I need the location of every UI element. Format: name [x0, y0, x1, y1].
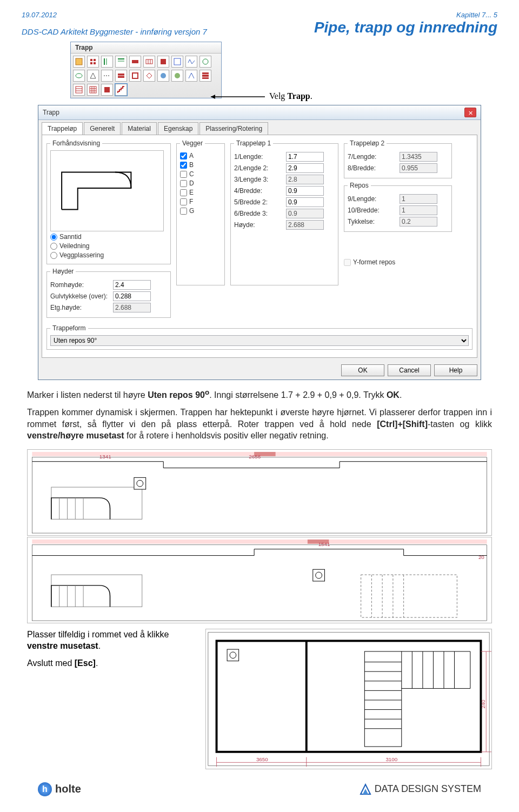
svg-rect-28 [76, 86, 82, 93]
lop1-6-label: 6/Bredde 3: [234, 210, 283, 217]
svg-rect-10 [146, 59, 152, 64]
tab-trappelop[interactable]: Trappeløp [42, 122, 83, 135]
vegg-c-checkbox[interactable] [180, 171, 187, 178]
ok-button[interactable]: OK [341, 364, 384, 376]
tab-material[interactable]: Material [122, 122, 157, 135]
palette-tool-icon[interactable] [143, 70, 155, 82]
repos-1-field [400, 194, 437, 204]
repos-legend: Repos [348, 182, 371, 189]
gulvtykk-label: Gulvtykkelse (over): [50, 292, 110, 300]
svg-point-23 [161, 73, 166, 78]
cancel-button[interactable]: Cancel [388, 364, 431, 376]
palette-tool-icon[interactable] [157, 70, 169, 82]
dim-1341: 1341 [99, 454, 111, 460]
svg-rect-2 [94, 59, 96, 61]
palette-tool-icon[interactable] [87, 70, 99, 82]
palette-tool-icon[interactable] [73, 84, 85, 96]
tab-plassering[interactable]: Plassering/Rotering [199, 122, 268, 135]
mode-veiledning-radio[interactable] [50, 243, 57, 250]
palette-tool-icon[interactable] [87, 56, 99, 68]
vegg-a-checkbox[interactable] [180, 152, 187, 159]
svg-rect-4 [94, 62, 96, 64]
lop1-legend: Trappeløp 1 [234, 139, 273, 147]
palette-tool-icon[interactable] [101, 84, 113, 96]
palette-tool-trapp-icon[interactable] [115, 84, 127, 96]
floorplan-view-1: 1341 2656 [27, 449, 492, 536]
romhoyde-field[interactable] [113, 280, 151, 290]
palette-tool-icon[interactable] [73, 70, 85, 82]
svg-rect-25 [202, 75, 209, 77]
svg-marker-17 [90, 73, 96, 78]
holte-text: holte [55, 783, 81, 795]
svg-rect-36 [104, 87, 110, 92]
repos-2-field [400, 205, 437, 215]
close-icon[interactable]: ✕ [464, 108, 476, 117]
vegg-e-checkbox[interactable] [180, 189, 187, 196]
svg-rect-31 [90, 86, 96, 93]
palette-tool-icon[interactable] [101, 56, 113, 68]
vegg-b-checkbox[interactable] [180, 162, 187, 169]
yformet-checkbox [344, 259, 351, 266]
palette-tool-icon[interactable] [115, 56, 127, 68]
vegg-f-checkbox[interactable] [180, 198, 187, 205]
trappeform-select[interactable]: Uten repos 90° [50, 335, 469, 346]
gulvtykk-field[interactable] [113, 291, 151, 301]
svg-rect-21 [132, 73, 138, 78]
palette-tool-icon[interactable] [115, 70, 127, 82]
lop1-3-label: 3/Lengde 3: [234, 176, 283, 183]
svg-rect-3 [90, 62, 92, 64]
dim-240: 240 [480, 699, 486, 708]
lop1-2-label: 2/Lengde 2: [234, 164, 283, 172]
dim-3650: 3650 [256, 756, 268, 762]
tab-generelt[interactable]: Generelt [84, 122, 121, 135]
vegg-g-checkbox[interactable] [180, 208, 187, 215]
header-date: 19.07.2012 [22, 11, 57, 19]
lop2-legend: Trappeløp 2 [348, 139, 387, 147]
palette-tool-icon[interactable] [143, 56, 155, 68]
palette-tool-icon[interactable] [129, 56, 141, 68]
palette-tool-icon[interactable] [129, 70, 141, 82]
palette-tool-icon[interactable] [199, 70, 211, 82]
lop1-2-field[interactable] [286, 163, 324, 173]
svg-marker-38 [211, 95, 215, 99]
palette-tool-icon[interactable] [185, 56, 197, 68]
svg-rect-27 [202, 77, 209, 79]
svg-rect-14 [174, 58, 181, 65]
svg-rect-75 [208, 633, 489, 766]
mode-sanntid-radio[interactable] [50, 234, 57, 241]
svg-text:Velg Trapp.: Velg Trapp. [269, 91, 312, 101]
vegg-b-label: B [189, 161, 194, 169]
lop1-5-field[interactable] [286, 197, 324, 207]
heights-legend: Høyder [50, 268, 76, 275]
lop1-1-label: 1/Lengde: [234, 153, 283, 161]
tab-egenskap[interactable]: Egenskap [158, 122, 198, 135]
palette-tool-icon[interactable] [199, 56, 211, 68]
repos-2-label: 10/Bredde: [348, 207, 396, 214]
palette-tool-icon[interactable] [157, 56, 169, 68]
mode-veiledning-label: Veiledning [59, 242, 89, 250]
svg-marker-102 [363, 789, 368, 794]
repos-1-label: 9/Lengde: [348, 195, 396, 203]
svg-rect-48 [51, 487, 142, 519]
help-button[interactable]: Help [434, 364, 477, 376]
repos-3-label: Tykkelse: [348, 218, 396, 225]
vegg-d-checkbox[interactable] [180, 180, 187, 187]
palette-tool-icon[interactable] [101, 70, 113, 82]
palette-tool-icon[interactable] [171, 56, 183, 68]
svg-rect-53 [134, 477, 146, 489]
lop1-6-field [286, 209, 324, 218]
palette-tool-icon[interactable] [171, 70, 183, 82]
palette-tool-icon[interactable] [87, 84, 99, 96]
yformet-label: Y-formet repos [353, 258, 395, 266]
lop1-1-field[interactable] [286, 152, 324, 162]
body-p2: Trappen kommer dynamisk i skjermen. Trap… [27, 407, 492, 442]
palette-tool-icon[interactable] [185, 70, 197, 82]
svg-point-16 [76, 74, 82, 78]
trappeform-legend: Trappeform [50, 324, 88, 332]
etghoyde-field [113, 303, 151, 312]
dim-3100: 3100 [385, 756, 397, 762]
lop1-4-field[interactable] [286, 186, 324, 196]
bottom-p1: Plasser tilfeldig i rommet ved å klikke … [27, 629, 195, 652]
palette-tool-icon[interactable] [73, 56, 85, 68]
mode-veggplassering-radio[interactable] [50, 252, 57, 259]
